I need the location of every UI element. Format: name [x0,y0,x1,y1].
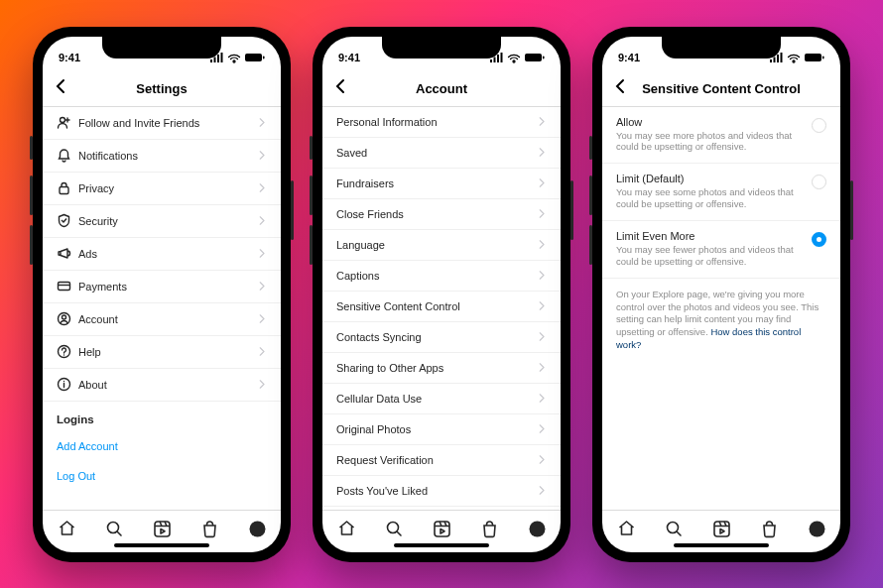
settings-row-bell[interactable]: Notifications [43,140,281,173]
account-row[interactable]: Sensitive Content Control [322,292,561,322]
row-label: Request Verification [336,454,538,466]
megaphone-icon [57,246,78,261]
sensitive-options: Allow You may see more photos and videos… [602,107,840,510]
chevron-right-icon [538,331,547,343]
tab-search[interactable] [665,520,684,542]
back-button[interactable] [53,78,68,98]
tab-shop[interactable] [200,520,219,542]
row-label: Ads [78,248,258,260]
tab-home[interactable] [337,520,356,542]
account-row[interactable]: Captions [322,261,561,292]
chevron-right-icon [258,215,267,227]
settings-row-megaphone[interactable]: Ads [43,238,281,271]
chevron-right-icon [258,346,267,358]
tab-profile[interactable] [528,520,547,542]
row-label: Account [78,313,258,325]
tab-home[interactable] [58,520,76,542]
account-row[interactable]: Posts You've Liked [322,476,561,507]
person-circle-icon [57,311,78,326]
status-time: 9:41 [59,52,80,63]
content-option[interactable]: Limit (Default) You may see some photos … [602,164,840,221]
row-label: Contacts Syncing [336,331,538,343]
account-row[interactable]: Close Friends [322,199,561,230]
home-indicator[interactable] [674,543,769,547]
row-label: Security [78,215,258,227]
add-account-link[interactable]: Add Account [43,431,281,461]
home-indicator[interactable] [394,543,489,547]
account-row[interactable]: Original Photos [322,414,561,445]
chevron-right-icon [258,281,267,293]
row-label: Cellular Data Use [336,393,538,405]
radio-button[interactable] [812,175,826,189]
person-add-icon [57,115,78,130]
chevron-right-icon [538,208,547,220]
row-label: Follow and Invite Friends [78,117,258,129]
account-row[interactable]: Language [322,230,561,261]
tab-profile[interactable] [248,520,267,542]
row-label: Original Photos [336,423,538,435]
row-label: Help [78,346,258,358]
settings-row-person-circle[interactable]: Account [43,303,281,336]
tab-reels[interactable] [433,520,451,542]
tab-search[interactable] [385,520,404,542]
notch [382,37,501,59]
phone-settings: 9:41 Settings Follow and Invite Friends … [33,27,291,562]
header: Settings [43,72,281,107]
settings-row-lock[interactable]: Privacy [43,173,281,205]
chevron-right-icon [538,393,547,405]
chevron-right-icon [538,147,547,159]
account-row[interactable]: Request Verification [322,445,561,476]
account-row[interactable]: Cellular Data Use [322,384,561,414]
home-indicator[interactable] [114,543,209,547]
row-label: Sharing to Other Apps [336,362,538,374]
account-row[interactable]: Saved [322,138,561,169]
tab-home[interactable] [617,520,636,542]
lock-icon [57,180,78,195]
content-option[interactable]: Limit Even More You may see fewer photos… [602,221,840,279]
back-button[interactable] [612,78,628,98]
tab-reels[interactable] [153,520,172,542]
account-row[interactable]: Personal Information [322,107,561,138]
chevron-right-icon [538,116,547,128]
page-title: Sensitive Content Control [642,81,801,96]
phone-account: 9:41 Account Personal Information Saved … [313,27,570,562]
account-row[interactable]: Sharing to Other Apps [322,353,561,384]
chevron-right-icon [258,150,267,162]
chevron-right-icon [538,300,547,312]
battery-icon [525,52,545,63]
back-button[interactable] [332,78,348,98]
row-label: Privacy [78,182,258,194]
wifi-icon [227,52,241,63]
content-option[interactable]: Allow You may see more photos and videos… [602,107,840,165]
account-row[interactable]: Fundraisers [322,169,561,199]
tab-shop[interactable] [480,520,499,542]
option-desc: You may see fewer photos and videos that… [616,244,802,268]
radio-button[interactable] [812,232,826,247]
info-icon [57,377,78,392]
bell-icon [57,148,78,163]
chevron-right-icon [538,270,547,282]
settings-row-help[interactable]: Help [43,336,281,369]
log-out-link[interactable]: Log Out [43,461,281,491]
option-title: Limit Even More [616,230,802,242]
chevron-right-icon [538,454,547,466]
tab-search[interactable] [105,520,124,542]
chevron-right-icon [538,423,547,435]
settings-row-info[interactable]: About [43,369,281,402]
settings-list: Follow and Invite Friends Notifications … [43,107,281,510]
row-label: Sensitive Content Control [336,300,538,312]
settings-row-card[interactable]: Payments [43,271,281,303]
tab-profile[interactable] [808,520,826,542]
radio-button[interactable] [812,118,826,133]
status-time: 9:41 [338,52,360,63]
row-label: Posts You've Liked [336,485,538,497]
row-label: Payments [78,281,258,293]
page-title: Settings [136,81,187,96]
phone-sensitive-content: 9:41 Sensitive Content Control Allow You… [592,27,850,562]
settings-row-shield[interactable]: Security [43,205,281,238]
tab-shop[interactable] [760,520,779,542]
settings-row-person-add[interactable]: Follow and Invite Friends [43,107,281,140]
tab-reels[interactable] [712,520,731,542]
account-row[interactable]: Contacts Syncing [322,322,561,353]
battery-icon [805,52,824,63]
